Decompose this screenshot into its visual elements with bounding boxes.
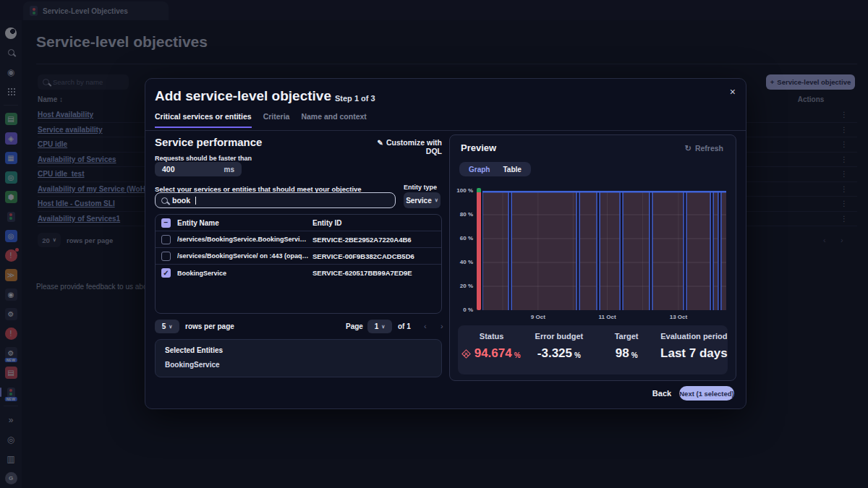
preview-panel: Preview ↻Refresh GraphTable 9 Oct11 Oct1… — [449, 134, 736, 381]
slo-preview-chart — [482, 191, 726, 310]
entity-id-header: Entity ID — [312, 219, 437, 227]
row-checkbox[interactable]: ✓ — [161, 268, 171, 278]
entity-row[interactable]: /services/BookingService.BookingServiceH… — [156, 231, 441, 248]
entity-search-value: book — [172, 196, 190, 205]
y-tick-label: 40 % — [451, 259, 473, 266]
selected-entities-box: Selected Entities BookingService — [155, 339, 442, 377]
next-page-button[interactable]: › — [441, 322, 443, 330]
x-tick-label: 9 Oct — [531, 314, 545, 320]
selected-entities-list: BookingService — [165, 361, 432, 369]
stat-value: 98% — [593, 346, 660, 361]
threshold-unit: ms — [224, 166, 234, 174]
x-tick-label: 11 Oct — [599, 314, 616, 320]
x-tick-label: 13 Oct — [670, 314, 687, 320]
stat-label: Status — [458, 332, 525, 341]
y-tick-label: 100 % — [451, 187, 473, 194]
tab-criteria[interactable]: Criteria — [263, 112, 290, 128]
stat-label: Evaluation period — [660, 332, 728, 341]
status-bar-red-segment — [477, 192, 481, 310]
graph-table-toggle: GraphTable — [459, 162, 531, 176]
entity-name-header: Entity Name — [177, 219, 309, 227]
entity-type-label: Entity type — [404, 184, 437, 191]
chevron-down-icon: ∨ — [435, 197, 438, 203]
stat-number: 94.674 — [475, 346, 512, 361]
entity-row[interactable]: /services/BookingService/ on :443 (opaqu… — [156, 248, 441, 265]
entity-id: SERVICE-620517BB99A7ED9E — [312, 269, 437, 277]
prev-page-button[interactable]: ‹ — [424, 322, 427, 330]
search-icon — [161, 197, 168, 204]
slo-stats-box: Status94.674%Error budget-3.325%Target98… — [458, 325, 728, 374]
stat-value: Last 7 days — [660, 346, 728, 361]
critical-diamond-icon — [461, 349, 471, 359]
rows-per-page-select[interactable]: 5∨ — [155, 320, 179, 333]
back-button[interactable]: Back — [648, 389, 676, 398]
entity-id: SERVICE-00F9B382CADCB5D6 — [312, 252, 437, 260]
entity-search-input[interactable]: book — [155, 192, 396, 208]
stat-label: Target — [593, 332, 660, 341]
stat-unit: % — [631, 351, 638, 361]
tab-critical-services-or-entities[interactable]: Critical services or entities — [155, 112, 252, 128]
page-count-label: of 1 — [398, 322, 411, 330]
stat-number: -3.325 — [537, 346, 572, 361]
entity-name: /services/BookingService/ on :443 (opaqu… — [177, 252, 309, 260]
entity-row[interactable]: ✓BookingServiceSERVICE-620517BB99A7ED9E — [156, 265, 441, 281]
stat-label: Error budget — [525, 332, 592, 341]
x-axis: 9 Oct11 Oct13 Oct — [482, 314, 726, 322]
tabs-divider — [145, 130, 746, 131]
stat-target: Target98% — [593, 332, 660, 374]
select-all-checkbox[interactable]: − — [161, 218, 171, 228]
y-tick-label: 0 % — [451, 307, 473, 314]
preview-title: Preview — [461, 142, 496, 153]
entity-name: BookingService — [177, 270, 309, 277]
customize-dql-link[interactable]: ✎Customize with DQL — [362, 138, 442, 155]
screen: Service-Level Objectives ◉▤◈▦◎⬢◎!≫◉⚙!⚙NE… — [0, 0, 868, 488]
stat-number: 98 — [616, 346, 629, 361]
stat-evaluation-period: Evaluation periodLast 7 days — [660, 332, 728, 374]
refresh-icon: ↻ — [685, 144, 692, 153]
entity-type-select[interactable]: Service∨ — [404, 192, 441, 208]
chevron-down-icon: ∨ — [381, 324, 385, 330]
step-indicator: Step 1 of 3 — [335, 94, 375, 103]
threshold-value: 400 — [162, 165, 175, 174]
threshold-label: Requests should be faster than — [155, 155, 252, 162]
chevron-down-icon: ∨ — [169, 324, 172, 330]
stat-error-budget: Error budget-3.325% — [525, 332, 592, 374]
tab-name-and-context[interactable]: Name and context — [301, 112, 366, 128]
entity-table-header: −Entity NameEntity ID — [156, 215, 441, 231]
stat-value: -3.325% — [525, 346, 592, 361]
stat-status: Status94.674% — [458, 332, 525, 374]
y-tick-label: 80 % — [451, 211, 473, 218]
entity-table: −Entity NameEntity ID/services/BookingSe… — [155, 214, 442, 314]
threshold-input[interactable]: 400 ms — [155, 162, 242, 176]
close-icon[interactable]: × — [730, 86, 736, 98]
row-checkbox[interactable] — [161, 235, 171, 244]
next-button[interactable]: Next (1 selected) — [679, 386, 734, 401]
modal-tabs: Critical services or entitiesCriteriaNam… — [155, 112, 367, 128]
refresh-button[interactable]: ↻Refresh — [685, 144, 723, 153]
section-title: Service performance — [155, 136, 262, 148]
rows-per-page-label: rows per page — [185, 322, 234, 330]
page-label: Page — [346, 322, 363, 330]
stat-value: 94.674% — [458, 346, 525, 361]
pencil-icon: ✎ — [378, 139, 383, 147]
stat-unit: % — [574, 351, 581, 361]
entity-id: SERVICE-2BE2952A7220A4B6 — [312, 236, 437, 244]
view-tab-table[interactable]: Table — [496, 166, 527, 174]
y-tick-label: 20 % — [451, 283, 473, 290]
selected-entities-title: Selected Entities — [165, 346, 432, 354]
entity-table-pagination: 5∨ rows per page Page 1∨ of 1 ‹ › — [155, 320, 442, 334]
add-slo-modal: Add service-level objective Step 1 of 3 … — [145, 78, 746, 409]
y-tick-label: 60 % — [451, 235, 473, 242]
page-number-select[interactable]: 1∨ — [367, 320, 392, 333]
stat-number: Last 7 days — [660, 346, 728, 361]
row-checkbox[interactable] — [161, 252, 171, 261]
stat-unit: % — [514, 351, 521, 361]
modal-title: Add service-level objective — [155, 88, 331, 104]
entity-name: /services/BookingService.BookingServiceH… — [177, 236, 309, 243]
view-tab-graph[interactable]: Graph — [462, 166, 496, 174]
text-cursor — [195, 197, 196, 205]
